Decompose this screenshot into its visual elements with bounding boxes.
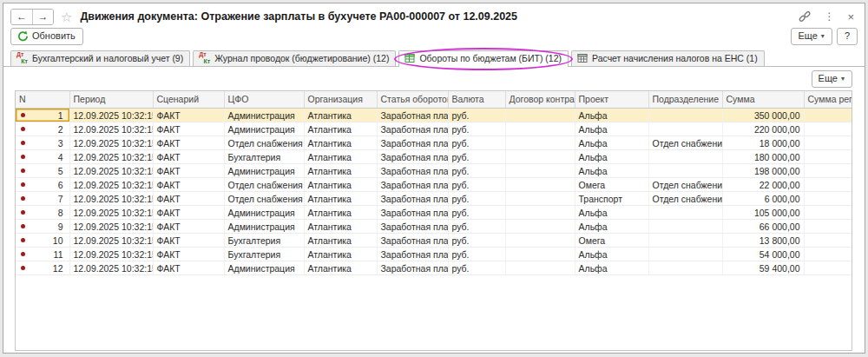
cell-project[interactable]: Омега [575,234,648,248]
table-row[interactable]: 512.09.2025 10:32:15ФАКТАдминистрацияАтл… [16,164,852,178]
table-row[interactable]: 712.09.2025 10:32:15ФАКТОтдел снабженияА… [16,192,852,206]
table-row[interactable]: 1012.09.2025 10:32:15ФАКТБухгалтерияАтла… [16,234,852,248]
cell-scenario[interactable]: ФАКТ [153,109,224,122]
tab-ens-tax-calc[interactable]: Расчет начисления налогов на ЕНС (1) [571,50,765,66]
table-row[interactable]: 612.09.2025 10:32:15ФАКТОтдел снабженияА… [16,178,852,192]
cell-org[interactable]: Атлантика [304,122,377,136]
column-header-scenario[interactable]: Сценарий [153,91,224,109]
close-icon[interactable]: × [847,11,854,23]
cell-org[interactable]: Атлантика [304,150,377,164]
cell-n[interactable]: 2 [16,122,69,136]
cell-cfo[interactable]: Отдел снабжения [224,192,304,206]
cell-sum[interactable]: 54 000,00 [722,248,804,261]
cell-org[interactable]: Атлантика [304,248,377,261]
cell-sum[interactable]: 350 000,00 [722,109,804,122]
cell-sum[interactable]: 220 000,00 [722,122,804,136]
cell-period[interactable]: 12.09.2025 10:32:15 [69,220,153,234]
cell-sum_regl[interactable] [804,220,852,234]
cell-scenario[interactable]: ФАКТ [153,150,224,164]
cell-contract[interactable] [505,234,575,248]
cell-scenario[interactable]: ФАКТ [153,220,224,234]
cell-scenario[interactable]: ФАКТ [153,261,224,275]
cell-org[interactable]: Атлантика [304,109,377,122]
cell-scenario[interactable]: ФАКТ [153,192,224,206]
cell-sum_regl[interactable] [804,164,852,178]
cell-item[interactable]: Заработная плата [377,234,448,248]
cell-org[interactable]: Атлантика [304,261,377,275]
cell-period[interactable]: 12.09.2025 10:32:15 [69,164,153,178]
cell-department[interactable]: Отдел снабжения [648,136,722,150]
cell-department[interactable]: Отдел снабжения [648,192,722,206]
cell-period[interactable]: 12.09.2025 10:32:15 [69,261,153,275]
cell-cfo[interactable]: Бухгалтерия [224,248,304,261]
table-row[interactable]: 412.09.2025 10:32:15ФАКТБухгалтерияАтлан… [16,150,852,164]
cell-org[interactable]: Атлантика [304,220,377,234]
column-header-cfo[interactable]: ЦФО [224,91,304,109]
table-row[interactable]: 912.09.2025 10:32:15ФАКТАдминистрацияАтл… [16,220,852,234]
table-row[interactable]: 812.09.2025 10:32:15ФАКТАдминистрацияАтл… [16,206,852,220]
cell-sum_regl[interactable] [804,261,852,275]
cell-n[interactable]: 9 [16,220,69,234]
cell-cfo[interactable]: Бухгалтерия [224,234,304,248]
cell-project[interactable]: Транспорт [575,192,648,206]
cell-currency[interactable]: руб. [448,150,505,164]
cell-project[interactable]: Альфа [575,206,648,220]
column-header-project[interactable]: Проект [575,91,648,109]
cell-cfo[interactable]: Администрация [224,164,304,178]
cell-contract[interactable] [505,220,575,234]
cell-currency[interactable]: руб. [448,136,505,150]
cell-n[interactable]: 3 [16,136,69,150]
cell-item[interactable]: Заработная плата [377,192,448,206]
cell-sum[interactable]: 180 000,00 [722,150,804,164]
cell-project[interactable]: Альфа [575,220,648,234]
forward-button[interactable]: → [32,10,53,24]
cell-org[interactable]: Атлантика [304,206,377,220]
cell-currency[interactable]: руб. [448,206,505,220]
cell-period[interactable]: 12.09.2025 10:32:15 [69,122,153,136]
column-header-organization[interactable]: Организация [304,91,377,109]
more-button-grid[interactable]: Еще ▾ [812,70,852,88]
cell-project[interactable]: Альфа [575,261,648,275]
table-row[interactable]: 312.09.2025 10:32:15ФАКТОтдел снабженияА… [16,136,852,150]
cell-contract[interactable] [505,150,575,164]
cell-currency[interactable]: руб. [448,122,505,136]
cell-sum_regl[interactable] [804,178,852,192]
cell-department[interactable] [648,220,722,234]
cell-item[interactable]: Заработная плата ... [377,150,448,164]
cell-project[interactable]: Альфа [575,150,648,164]
cell-currency[interactable]: руб. [448,261,505,275]
cell-n[interactable]: 5 [16,164,69,178]
cell-n[interactable]: 12 [16,261,69,275]
cell-department[interactable] [648,109,722,122]
cell-item[interactable]: Заработная плата ... [377,248,448,261]
cell-currency[interactable]: руб. [448,192,505,206]
cell-n[interactable]: 11 [16,248,69,261]
cell-scenario[interactable]: ФАКТ [153,122,224,136]
column-header-n[interactable]: N [16,91,69,109]
cell-sum_regl[interactable] [804,234,852,248]
menu-kebab-icon[interactable]: ⋮ [824,11,834,22]
cell-currency[interactable]: руб. [448,109,505,122]
cell-n[interactable]: 8 [16,206,69,220]
cell-item[interactable]: Заработная плата ... [377,109,448,122]
cell-project[interactable]: Альфа [575,248,648,261]
cell-cfo[interactable]: Бухгалтерия [224,150,304,164]
cell-cfo[interactable]: Администрация [224,261,304,275]
refresh-button[interactable]: Обновить [10,28,83,45]
tab-journal-budgeting[interactable]: ДтКт Журнал проводок (бюджетирование) (1… [193,50,396,66]
cell-currency[interactable]: руб. [448,164,505,178]
cell-contract[interactable] [505,248,575,261]
cell-sum[interactable]: 105 000,00 [722,206,804,220]
cell-department[interactable]: Отдел снабжения [648,178,722,192]
cell-sum_regl[interactable] [804,150,852,164]
cell-item[interactable]: Заработная плата ... [377,164,448,178]
cell-org[interactable]: Атлантика [304,234,377,248]
cell-cfo[interactable]: Администрация [224,122,304,136]
cell-cfo[interactable]: Администрация [224,109,304,122]
table-row[interactable]: 1212.09.2025 10:32:15ФАКТАдминистрацияАт… [16,261,852,275]
cell-project[interactable]: Альфа [575,122,648,136]
cell-department[interactable] [648,150,722,164]
cell-project[interactable]: Альфа [575,136,648,150]
cell-item[interactable]: Заработная плата ... [377,261,448,275]
column-header-sum[interactable]: Сумма [722,91,804,109]
